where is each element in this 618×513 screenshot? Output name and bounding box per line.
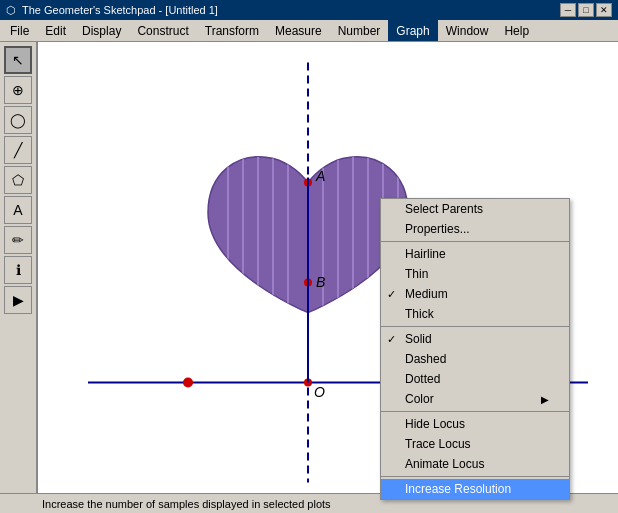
context-menu-item-thick[interactable]: Thick: [381, 304, 569, 324]
context-menu-label-dotted: Dotted: [405, 372, 440, 386]
context-menu-label-hairline: Hairline: [405, 247, 446, 261]
context-menu-item-thin[interactable]: Thin: [381, 264, 569, 284]
info-tool[interactable]: ℹ: [4, 256, 32, 284]
context-menu-label-properties: Properties...: [405, 222, 470, 236]
context-menu-label-animate-locus: Animate Locus: [405, 457, 484, 471]
context-menu-item-hairline[interactable]: Hairline: [381, 244, 569, 264]
submenu-arrow-icon: ▶: [541, 394, 549, 405]
svg-text:B: B: [316, 274, 325, 290]
status-text: Increase the number of samples displayed…: [42, 498, 331, 510]
compass-tool[interactable]: ◯: [4, 106, 32, 134]
context-menu-divider: [381, 326, 569, 327]
menu-item-transform[interactable]: Transform: [197, 20, 267, 41]
context-menu-label-medium: Medium: [405, 287, 448, 301]
menu-item-window[interactable]: Window: [438, 20, 497, 41]
context-menu-item-select-parents[interactable]: Select Parents: [381, 199, 569, 219]
context-menu-label-increase-resolution: Increase Resolution: [405, 482, 511, 496]
context-menu-label-dashed: Dashed: [405, 352, 446, 366]
title-bar-left: ⬡ The Geometer's Sketchpad - [Untitled 1…: [6, 4, 218, 17]
context-menu-item-animate-locus[interactable]: Animate Locus: [381, 454, 569, 474]
context-menu-item-dashed[interactable]: Dashed: [381, 349, 569, 369]
context-menu-item-trace-locus[interactable]: Trace Locus: [381, 434, 569, 454]
context-menu-label-thin: Thin: [405, 267, 428, 281]
context-menu-item-properties[interactable]: Properties...: [381, 219, 569, 239]
context-menu-label-solid: Solid: [405, 332, 432, 346]
minimize-button[interactable]: ─: [560, 3, 576, 17]
title-bar-controls[interactable]: ─ □ ✕: [560, 3, 612, 17]
context-menu-item-solid[interactable]: Solid: [381, 329, 569, 349]
context-menu-label-color: Color: [405, 392, 434, 406]
title-bar: ⬡ The Geometer's Sketchpad - [Untitled 1…: [0, 0, 618, 20]
context-menu-item-dotted[interactable]: Dotted: [381, 369, 569, 389]
context-menu-divider: [381, 241, 569, 242]
menu-item-measure[interactable]: Measure: [267, 20, 330, 41]
context-menu-label-select-parents: Select Parents: [405, 202, 483, 216]
select-tool[interactable]: ↖: [4, 46, 32, 74]
context-menu-label-trace-locus: Trace Locus: [405, 437, 471, 451]
app-icon: ⬡: [6, 4, 16, 17]
maximize-button[interactable]: □: [578, 3, 594, 17]
svg-text:A: A: [315, 168, 325, 184]
window-title: The Geometer's Sketchpad - [Untitled 1]: [22, 4, 218, 16]
play-tool[interactable]: ▶: [4, 286, 32, 314]
context-menu-label-thick: Thick: [405, 307, 434, 321]
close-button[interactable]: ✕: [596, 3, 612, 17]
context-menu-divider: [381, 476, 569, 477]
context-menu-item-color[interactable]: Color▶: [381, 389, 569, 409]
menu-bar[interactable]: FileEditDisplayConstructTransformMeasure…: [0, 20, 618, 42]
context-menu[interactable]: Select ParentsProperties...HairlineThinM…: [380, 198, 570, 500]
context-menu-label-hide-locus: Hide Locus: [405, 417, 465, 431]
menu-item-number[interactable]: Number: [330, 20, 389, 41]
menu-item-graph[interactable]: Graph: [388, 20, 437, 41]
text-tool[interactable]: A: [4, 196, 32, 224]
menu-item-construct[interactable]: Construct: [129, 20, 196, 41]
polygon-tool[interactable]: ⬠: [4, 166, 32, 194]
pencil-tool[interactable]: ✏: [4, 226, 32, 254]
svg-text:O: O: [314, 384, 325, 400]
context-menu-item-increase-resolution[interactable]: Increase Resolution: [381, 479, 569, 499]
context-menu-item-hide-locus[interactable]: Hide Locus: [381, 414, 569, 434]
menu-item-help[interactable]: Help: [496, 20, 537, 41]
toolbar[interactable]: ↖⊕◯╱⬠A✏ℹ▶: [0, 42, 38, 493]
context-menu-item-medium[interactable]: Medium: [381, 284, 569, 304]
menu-item-display[interactable]: Display: [74, 20, 129, 41]
point-tool[interactable]: ⊕: [4, 76, 32, 104]
line-tool[interactable]: ╱: [4, 136, 32, 164]
menu-item-edit[interactable]: Edit: [37, 20, 74, 41]
menu-item-file[interactable]: File: [2, 20, 37, 41]
context-menu-divider: [381, 411, 569, 412]
svg-point-20: [183, 378, 193, 388]
